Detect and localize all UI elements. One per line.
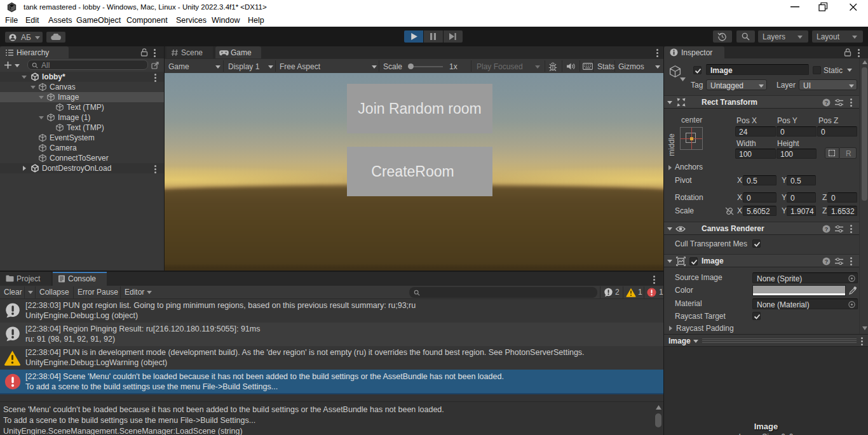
svg-text:?: ?: [825, 100, 829, 106]
svg-text:?: ?: [825, 258, 829, 265]
svg-text:?: ?: [825, 226, 829, 232]
